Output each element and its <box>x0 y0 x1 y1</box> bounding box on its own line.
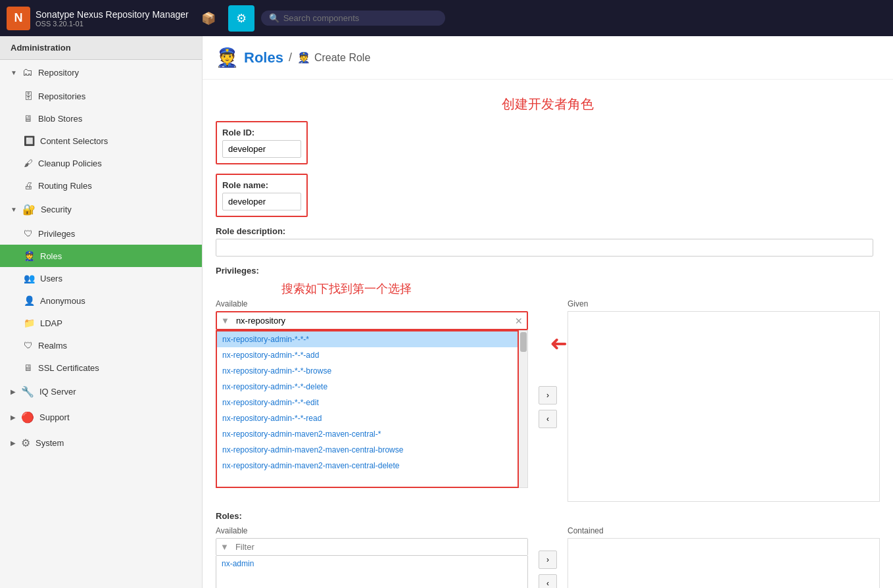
users-icon: 👥 <box>24 273 35 283</box>
sidebar-item-realms[interactable]: 🛡 Realms <box>0 334 202 356</box>
sidebar-section-security: ▼ 🔐 Security 🛡 Privileges 👮 Roles 👥 User… <box>0 197 202 379</box>
privileges-remove-button[interactable]: ‹ <box>539 410 557 428</box>
sidebar-section-support: ▶ 🔴 Support <box>0 404 202 430</box>
form-area: 创建开发者角色 Role ID: Role name: Role descrip… <box>203 80 893 588</box>
priv-list-item-0[interactable]: nx-repository-admin-*-*-* <box>217 331 518 347</box>
breadcrumb-title[interactable]: Roles <box>244 49 283 66</box>
privileges-filter-input[interactable] <box>233 312 511 329</box>
priv-list-item-4[interactable]: nx-repository-admin-*-*-edit <box>217 395 518 410</box>
realms-icon: 🛡 <box>24 340 33 351</box>
privileges-filter-box: ▼ ✕ <box>216 311 528 330</box>
sidebar-item-roles[interactable]: 👮 Roles <box>0 245 202 267</box>
priv-list-item-7[interactable]: nx-repository-admin-maven2-maven-central… <box>217 442 518 458</box>
roles-label: Roles <box>40 251 62 261</box>
privileges-given-label: Given <box>567 299 880 308</box>
repository-section-icon: 🗂 <box>22 66 33 78</box>
priv-list-item-6[interactable]: nx-repository-admin-maven2-maven-central… <box>217 426 518 442</box>
sidebar-item-users[interactable]: 👥 Users <box>0 267 202 289</box>
roles-list-item-0[interactable]: nx-admin <box>216 556 527 572</box>
role-name-input[interactable] <box>222 193 301 210</box>
system-arrow-icon: ▶ <box>11 439 16 447</box>
cleanup-policies-icon: 🖌 <box>24 158 33 168</box>
role-id-label: Role ID: <box>222 128 301 137</box>
annotation-search: 搜索如下找到第一个选择 <box>281 281 548 297</box>
role-name-highlighted: Role name: <box>216 174 308 217</box>
roles-filter-icon: ▼ <box>216 539 233 554</box>
repositories-label: Repositories <box>38 91 85 101</box>
privileges-label: Privileges <box>38 229 75 239</box>
privileges-list: nx-repository-admin-*-*-* nx-repository-… <box>216 330 519 488</box>
sidebar-item-blob-stores[interactable]: 🖥 Blob Stores <box>0 107 202 130</box>
roles-contained-box <box>567 538 880 588</box>
privileges-arrow-buttons: › ‹ <box>539 299 557 502</box>
roles-add-button[interactable]: › <box>539 551 557 569</box>
blob-stores-icon: 🖥 <box>24 113 33 124</box>
filter-icon: ▼ <box>217 313 233 328</box>
brand-text: Sonatype Nexus Repository Manager OSS 3.… <box>36 9 189 28</box>
priv-list-item-8[interactable]: nx-repository-admin-maven2-maven-central… <box>217 458 518 474</box>
repositories-icon: 🗄 <box>24 91 33 101</box>
system-section-icon: ⚙ <box>21 437 30 449</box>
gear-icon-button[interactable]: ⚙ <box>228 5 254 32</box>
sidebar-admin-header: Administration <box>0 36 202 60</box>
anonymous-label: Anonymous <box>40 296 85 306</box>
sidebar-section-iq-header[interactable]: ▶ 🔧 IQ Server <box>0 379 202 404</box>
routing-rules-icon: 🖨 <box>24 180 33 191</box>
breadcrumb-sub-icon: 👮 <box>297 51 310 64</box>
search-icon: 🔍 <box>269 13 279 23</box>
priv-list-item-3[interactable]: nx-repository-admin-*-*-delete <box>217 379 518 395</box>
sidebar-item-ldap[interactable]: 📁 LDAP <box>0 312 202 334</box>
box-icon-button[interactable]: 📦 <box>195 5 222 32</box>
priv-list-item-1[interactable]: nx-repository-admin-*-*-add <box>217 347 518 363</box>
navbar: N Sonatype Nexus Repository Manager OSS … <box>0 0 893 36</box>
roles-contained-col: Contained <box>567 526 880 588</box>
search-input[interactable] <box>283 13 437 23</box>
role-desc-input[interactable] <box>216 239 873 257</box>
sidebar-item-content-selectors[interactable]: 🔲 Content Selectors <box>0 130 202 152</box>
roles-arrow-buttons: › ‹ <box>539 526 557 588</box>
sidebar-section-system-header[interactable]: ▶ ⚙ System <box>0 430 202 456</box>
annotation-arrow-icon: ➜ <box>550 331 567 356</box>
security-section-label: Security <box>41 205 72 214</box>
sidebar-section-security-header[interactable]: ▼ 🔐 Security <box>0 197 202 222</box>
privileges-icon: 🛡 <box>24 228 33 239</box>
priv-list-item-5[interactable]: nx-repository-admin-*-*-read <box>217 410 518 426</box>
sidebar-item-routing-rules[interactable]: 🖨 Routing Rules <box>0 174 202 197</box>
iq-arrow-icon: ▶ <box>11 388 16 395</box>
priv-list-scrollbar[interactable] <box>519 330 528 488</box>
privileges-available-label: Available <box>216 299 528 308</box>
privileges-given-box <box>567 311 880 502</box>
app-title: Sonatype Nexus Repository Manager <box>36 9 189 20</box>
roles-contained-label: Contained <box>567 526 880 535</box>
ldap-label: LDAP <box>40 318 62 328</box>
roles-icon: 👮 <box>24 251 35 261</box>
roles-remove-button[interactable]: ‹ <box>539 574 557 588</box>
roles-filter-input[interactable] <box>233 539 527 555</box>
sidebar-item-cleanup-policies[interactable]: 🖌 Cleanup Policies <box>0 152 202 174</box>
roles-section-title: Roles: <box>216 511 880 521</box>
filter-clear-button[interactable]: ✕ <box>511 313 527 329</box>
sidebar-section-repository-header[interactable]: ▼ 🗂 Repository <box>0 60 202 85</box>
routing-rules-label: Routing Rules <box>38 181 92 191</box>
users-label: Users <box>40 274 62 283</box>
role-id-group: Role ID: <box>216 121 880 164</box>
content-selectors-label: Content Selectors <box>40 136 108 146</box>
security-section-icon: 🔐 <box>22 203 36 216</box>
priv-list-item-2[interactable]: nx-repository-admin-*-*-browse <box>217 363 518 379</box>
role-desc-label: Role description: <box>216 226 880 236</box>
sidebar-item-privileges[interactable]: 🛡 Privileges <box>0 222 202 245</box>
brand: N Sonatype Nexus Repository Manager OSS … <box>7 7 189 30</box>
role-id-input[interactable] <box>222 140 301 158</box>
sidebar-section-support-header[interactable]: ▶ 🔴 Support <box>0 404 202 430</box>
sidebar-item-ssl-certificates[interactable]: 🖥 SSL Certificates <box>0 356 202 379</box>
system-section-label: System <box>36 438 64 448</box>
breadcrumb-icon: 👮 <box>216 47 239 68</box>
support-section-label: Support <box>39 412 70 422</box>
sidebar-item-anonymous[interactable]: 👤 Anonymous <box>0 289 202 312</box>
privileges-add-button[interactable]: › <box>539 386 557 404</box>
realms-label: Realms <box>38 341 67 351</box>
app-subtitle: OSS 3.20.1-01 <box>36 20 189 28</box>
support-section-icon: 🔴 <box>21 411 34 424</box>
sidebar-item-repositories[interactable]: 🗄 Repositories <box>0 85 202 107</box>
search-box: 🔍 <box>261 11 445 26</box>
